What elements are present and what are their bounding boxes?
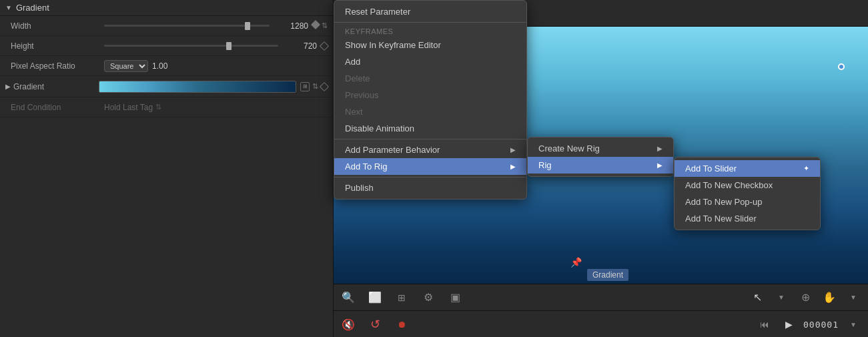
submenu-arrow-2: ▶ (510, 163, 516, 170)
toolbar-bottom: 🔇 ↺ ⏺ ⏮ ▶ 000001 ▼ (334, 311, 868, 337)
end-condition-label: End Condition (11, 103, 104, 112)
height-slider-container[interactable] (104, 45, 278, 47)
bottom-toolbar: 🔍 ⬜ ⊞ ⚙ ▣ ↖ ▼ ⊕ ✋ ▼ 🔇 ↺ ⏺ ⏮ ▶ (334, 284, 868, 337)
menu-item-create-new-rig[interactable]: Create New Rig ▶ (528, 140, 673, 157)
mute-icon[interactable]: 🔇 (339, 315, 358, 334)
submenu-add-to-rig: Create New Rig ▶ Rig ▶ (527, 137, 674, 177)
timecode-display: 000001 (803, 320, 839, 330)
menu-item-publish[interactable]: Publish (334, 180, 526, 196)
width-row: Width 1280 ⇅ (0, 16, 333, 36)
arrows-icon: ⇅ (322, 21, 328, 30)
menu-item-add-to-new-checkbox[interactable]: Add To New Checkbox (675, 177, 820, 194)
diamond-icon (311, 20, 320, 29)
menu-item-next[interactable]: Next (334, 103, 526, 120)
separator-2 (334, 139, 526, 139)
menu-item-add-to-rig[interactable]: Add To Rig ▶ (334, 158, 526, 175)
menu-item-reset-parameter[interactable]: Reset Parameter (334, 3, 526, 20)
menu-item-add[interactable]: Add (334, 53, 526, 70)
end-condition-arrows: ⇅ (155, 103, 161, 111)
menu-item-rig[interactable]: Rig ▶ (528, 157, 673, 174)
height-label: Height (11, 41, 104, 51)
width-icons: ⇅ (312, 21, 328, 30)
transform-tool-icon[interactable]: ⊕ (796, 288, 815, 307)
hand-tool-icon[interactable]: ✋ (820, 288, 839, 307)
par-label: Pixel Aspect Ratio (11, 61, 104, 71)
rectangle-tool-icon[interactable]: ⬜ (366, 288, 384, 307)
timecode-dropdown[interactable]: ▼ (844, 315, 863, 334)
pin-icon: 📌 (570, 257, 582, 268)
panel-title: Gradient (16, 3, 49, 13)
keyframes-header: KEYFRAMES (334, 25, 526, 37)
gradient-icons: ⊞ ⇅ (300, 82, 318, 91)
width-label: Width (11, 21, 104, 31)
gradient-arrows-icon[interactable]: ⇅ (312, 82, 318, 91)
hand-dropdown[interactable]: ▼ (844, 288, 863, 307)
canvas-control-point[interactable] (838, 63, 845, 70)
play-icon[interactable]: ▶ (779, 315, 798, 334)
gradient-diamond-icon (320, 81, 329, 91)
submenu-arrow-1: ▶ (510, 146, 516, 153)
menu-item-previous[interactable]: Previous (334, 87, 526, 103)
gradient-preview[interactable] (99, 81, 296, 93)
separator-3 (334, 177, 526, 178)
layers-icon[interactable]: ▣ (446, 288, 464, 307)
menu-item-show-in-keyframe-editor[interactable]: Show In Keyframe Editor (334, 37, 526, 53)
go-to-start-icon[interactable]: ⏮ (755, 315, 774, 334)
search-tool-icon[interactable]: 🔍 (339, 288, 358, 307)
diamond-icon-height (320, 41, 329, 50)
height-row: Height 720 (0, 36, 333, 56)
select-dropdown[interactable]: ▼ (772, 288, 791, 307)
menu-item-add-to-new-slider[interactable]: Add To New Slider (675, 210, 820, 227)
height-icons (321, 43, 328, 49)
height-value: 720 (284, 41, 317, 51)
pixel-aspect-ratio-row: Pixel Aspect Ratio Square 1.00 (0, 56, 333, 76)
record-icon[interactable]: ⏺ (392, 315, 411, 334)
width-slider-thumb[interactable] (245, 22, 250, 30)
submenu-arrow-3: ▶ (657, 145, 663, 152)
gradient-collapse-arrow[interactable]: ▶ (5, 83, 11, 90)
grid-icon[interactable]: ⊞ (392, 288, 411, 307)
settings-icon[interactable]: ⚙ (419, 288, 438, 307)
context-menu: Reset Parameter KEYFRAMES Show In Keyfra… (334, 0, 527, 200)
par-select[interactable]: Square (104, 60, 148, 72)
gradient-label: ▶ Gradient (5, 82, 99, 91)
width-slider-container[interactable] (104, 25, 270, 27)
submenu-rig-options: Add To Slider ✦ Add To New Checkbox Add … (674, 157, 821, 230)
end-condition-row: End Condition Hold Last Tag ⇅ (0, 97, 333, 117)
par-value: 1.00 (152, 61, 167, 71)
menu-item-add-parameter-behavior[interactable]: Add Parameter Behavior ▶ (334, 141, 526, 158)
height-slider-thumb[interactable] (226, 42, 232, 50)
cursor-indicator: ✦ (803, 164, 809, 173)
toolbar-bottom-left: 🔇 ↺ ⏺ (339, 315, 411, 334)
menu-item-add-to-new-popup[interactable]: Add To New Pop-up (675, 194, 820, 210)
gradient-row: ▶ Gradient ⊞ ⇅ (0, 76, 333, 97)
submenu-arrow-4: ▶ (657, 161, 663, 169)
menu-item-disable-animation[interactable]: Disable Animation (334, 120, 526, 137)
menu-item-add-to-slider[interactable]: Add To Slider ✦ (675, 160, 820, 177)
context-menu-overlay: Reset Parameter KEYFRAMES Show In Keyfra… (334, 0, 527, 200)
loop-icon[interactable]: ↺ (366, 315, 384, 334)
width-value: 1280 (275, 21, 308, 31)
toolbar-top: 🔍 ⬜ ⊞ ⚙ ▣ ↖ ▼ ⊕ ✋ ▼ (334, 284, 868, 311)
separator-1 (334, 22, 526, 23)
left-panel: ▼ Gradient Width 1280 ⇅ Height 720 Pixel (0, 0, 334, 337)
canvas-item-label: Gradient (587, 269, 628, 281)
width-slider-track[interactable] (104, 25, 270, 27)
end-condition-value: Hold Last Tag (104, 103, 153, 112)
panel-header: ▼ Gradient (0, 0, 333, 16)
select-tool-icon[interactable]: ↖ (748, 288, 767, 307)
menu-item-delete[interactable]: Delete (334, 70, 526, 87)
collapse-arrow[interactable]: ▼ (5, 4, 12, 11)
gradient-copy-icon[interactable]: ⊞ (300, 82, 310, 91)
height-slider-track[interactable] (104, 45, 278, 47)
